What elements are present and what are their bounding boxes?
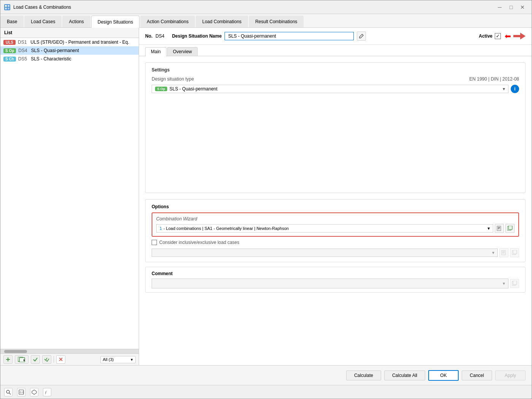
tab-actions[interactable]: Actions [62,16,90,27]
svg-line-28 [9,393,11,394]
tab-main[interactable]: Main [145,47,166,56]
form-header: No. DS4 Design Situation Name Active ✓ ⬅ [139,28,532,45]
wizard-label: Combination Wizard [156,216,515,222]
tab-load-combinations[interactable]: Load Combinations [196,16,248,27]
no-label: No. [145,33,152,39]
type-label: Design situation type [152,76,194,82]
settings-section: Settings Design situation type EN 1990 |… [145,62,526,193]
ds-id-1: DS1 [18,40,27,45]
tab-action-combinations[interactable]: Action Combinations [140,16,195,27]
apply-button[interactable]: Apply [495,370,526,380]
tab-overview[interactable]: Overview [167,47,198,56]
inclusive-checkbox[interactable] [152,240,157,245]
wizard-value-text: - Load combinations | SA1 - Geometricall… [163,226,289,231]
minimize-button[interactable]: ─ [494,3,505,11]
svg-text:0.0: 0.0 [20,391,24,394]
svg-marker-31 [32,390,36,394]
list-item[interactable]: S Ch DS5 SLS - Characteristic [0,55,139,63]
ds-type-row: S Op SLS - Quasi-permanent ▾ i [152,85,519,93]
svg-rect-19 [502,250,505,255]
ds-label-1: ULS (STR/GEO) - Permanent and transient … [30,40,129,45]
red-arrow-icon [513,32,526,40]
copy-icon [18,357,25,362]
maximize-button[interactable]: □ [506,3,516,11]
options-section: Options Combination Wizard 1 - Load comb… [145,199,526,262]
greyed-select: ▾ [152,249,498,257]
settings-title: Settings [152,67,519,73]
wizard-copy-button[interactable] [505,224,515,233]
svg-rect-3 [8,8,10,10]
calculator-icon: 0.0 [19,390,24,395]
model-icon [32,390,37,395]
sub-tab-bar: Main Overview [139,45,532,56]
check-icon [33,357,38,362]
badge-sop: S Op [3,48,16,53]
tab-base[interactable]: Base [0,16,24,27]
active-checkbox-wrapper: ✓ [495,33,501,39]
check-all-icon [44,357,49,362]
greyed-dropdown-icon: ▾ [492,250,494,255]
comment-dropdown-icon: ▾ [503,281,505,286]
check-button[interactable] [31,355,40,364]
calculate-all-button[interactable]: Calculate All [384,370,425,380]
ds-id-2: DS4 [18,48,27,53]
main-tab-content: Settings Design situation type EN 1990 |… [139,56,532,365]
active-checkbox[interactable]: ✓ [495,33,501,39]
list-item-selected[interactable]: S Op DS4 SLS - Quasi-permanent [0,46,139,55]
wizard-box: Combination Wizard 1 - Load combinations… [152,212,519,237]
close-button[interactable]: ✕ [517,3,528,11]
info-button[interactable]: i [511,85,519,93]
wizard-edit-button[interactable] [495,224,504,233]
arrow-indicator: ⬅ [505,32,511,41]
wizard-select[interactable]: 1 - Load combinations | SA1 - Geometrica… [156,224,493,233]
active-section: Active ✓ ⬅ [479,32,526,41]
content-area: List ULS DS1 ULS (STR/GEO) - Permanent a… [0,28,532,365]
toolbar-divider [54,356,54,363]
wizard-edit-icon [497,226,502,231]
status-settings-icon[interactable]: ƒ [43,388,51,396]
list-item[interactable]: ULS DS1 ULS (STR/GEO) - Permanent and tr… [0,38,139,46]
svg-rect-26 [513,281,517,285]
list-hscrollbar[interactable] [0,349,139,353]
comment-copy-btn [510,279,519,288]
type-row: Design situation type EN 1990 | DIN | 20… [152,76,519,82]
svg-rect-18 [508,226,512,230]
name-input[interactable] [225,32,354,40]
no-value: DS4 [155,33,164,39]
inclusive-label: Consider inclusive/exclusive load cases [159,240,239,245]
left-panel: List ULS DS1 ULS (STR/GEO) - Permanent a… [0,28,139,365]
type-badge: S Op [155,87,167,91]
add-item-button[interactable] [3,355,13,364]
calculate-button[interactable]: Calculate [346,370,381,380]
filter-select[interactable]: All (3) ▾ [100,356,136,363]
tab-design-situations[interactable]: Design Situations [91,16,139,28]
tab-result-combinations[interactable]: Result Combinations [249,16,304,27]
greyed-copy-icon [512,250,517,255]
name-edit-button[interactable] [357,32,366,41]
status-calc-icon[interactable]: 0.0 [17,388,25,396]
ok-button[interactable]: OK [428,370,459,381]
formula-icon: ƒ [44,390,50,395]
comment-copy-icon [512,281,517,286]
tab-load-cases[interactable]: Load Cases [24,16,62,27]
right-panel: No. DS4 Design Situation Name Active ✓ ⬅ [139,28,532,365]
greyed-copy-btn [510,248,519,257]
ds-id-3: DS5 [18,56,27,62]
greyed-edit-btn [499,248,508,257]
copy-item-button[interactable] [15,355,28,364]
wizard-copy-icon [507,226,513,231]
ds-type-select[interactable]: S Op SLS - Quasi-permanent ▾ [152,85,508,93]
status-search-icon[interactable] [4,388,13,396]
window-title: Load Cases & Combinations [13,5,71,10]
delete-button[interactable]: ✕ [56,355,65,364]
type-dropdown-icon: ▾ [503,86,505,92]
edit-icon [359,33,364,39]
comment-input: ▾ [152,279,508,288]
tab-bar: Base Load Cases Actions Design Situation… [0,14,532,28]
wizard-select-row: 1 - Load combinations | SA1 - Geometrica… [156,224,515,233]
status-render-icon[interactable] [30,388,38,396]
check-all-button[interactable] [42,355,51,364]
cancel-button[interactable]: Cancel [462,370,492,380]
window-icon [4,4,10,10]
wizard-dropdown-icon: ▾ [488,226,490,231]
